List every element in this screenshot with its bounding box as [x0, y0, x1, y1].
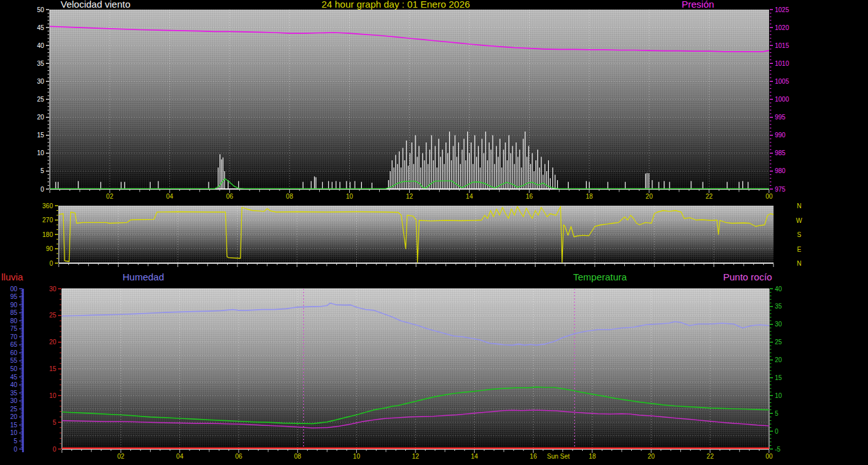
humidity-tick-label: 15 — [10, 422, 18, 429]
rain-tick-label: 30 — [49, 286, 57, 293]
temperature-tick-label: 5 — [775, 410, 779, 417]
x-axis-label: 06 — [226, 193, 234, 200]
speed-tick-label: 50 — [37, 6, 45, 13]
x-axis-label: 00 — [765, 453, 773, 460]
humidity-tick-label: 80 — [10, 317, 18, 324]
temperature-tick-label: 0 — [775, 428, 779, 435]
temperature-tick-label: 10 — [775, 392, 782, 399]
rain-tick-label: 5 — [52, 419, 56, 426]
compass-letter: S — [797, 231, 802, 238]
temperature-tick-label: 25 — [775, 339, 782, 346]
speed-tick-label: 10 — [37, 149, 45, 156]
speed-tick-label: 5 — [40, 167, 44, 174]
x-axis-label: 18 — [588, 453, 596, 460]
wind-direction-chart: 090180270360NWSEN — [59, 206, 774, 263]
humidity-tick-label: 10 — [10, 429, 18, 436]
humidity-tick-label: 85 — [10, 309, 18, 316]
temperature-tick-label: 20 — [775, 356, 782, 363]
speed-tick-label: 45 — [37, 24, 45, 31]
temperature-tick-label: 30 — [775, 321, 782, 328]
temperature-tick-label: 40 — [775, 286, 782, 293]
x-axis-label: 02 — [117, 453, 125, 460]
humidity-tick-label: 55 — [10, 357, 18, 364]
humidity-tick-label: 60 — [10, 349, 18, 356]
rain-tick-label: 15 — [49, 365, 57, 372]
x-axis-label: 12 — [406, 193, 414, 200]
x-axis-label: 10 — [346, 193, 354, 200]
humidity-tick-label: 00 — [10, 286, 18, 293]
speed-tick-label: 0 — [40, 186, 44, 193]
humidity-tick-label: 25 — [10, 406, 18, 413]
pressure-tick-label: 1025 — [775, 6, 789, 13]
x-axis-label: 22 — [707, 453, 714, 460]
x-axis-label: 08 — [294, 453, 302, 460]
speed-tick-label: 40 — [37, 42, 45, 49]
rain-tick-label: 0 — [52, 446, 56, 453]
humidity-temperature-chart: 0510152025303540455055606570758085909500… — [62, 289, 769, 449]
x-axis-label: 10 — [353, 453, 361, 460]
speed-tick-label: 25 — [37, 96, 45, 103]
speed-tick-label: 30 — [37, 78, 45, 85]
speed-tick-label: 15 — [37, 132, 45, 139]
speed-tick-label: 20 — [37, 114, 45, 121]
pressure-tick-label: 990 — [775, 132, 786, 139]
x-axis-label: 12 — [412, 453, 419, 460]
rain-tick-label: 20 — [49, 339, 57, 346]
humidity-label: Humedad — [123, 271, 164, 282]
rain-tick-label: 10 — [49, 392, 57, 399]
temperature-tick-label: 35 — [775, 303, 782, 310]
humidity-tick-label: 30 — [10, 397, 18, 404]
humidity-tick-label: 70 — [10, 333, 18, 340]
x-axis-label: 20 — [646, 193, 654, 200]
pressure-title: Presión — [682, 0, 714, 10]
x-axis-label: 16 — [526, 193, 534, 200]
temperature-series — [62, 387, 769, 424]
rain-label: lluvia — [1, 271, 23, 282]
pressure-tick-label: 980 — [775, 167, 786, 174]
pressure-tick-label: 1005 — [775, 78, 789, 85]
humidity-tick-label: 40 — [10, 381, 18, 388]
pressure-tick-label: 985 — [775, 149, 786, 156]
compass-letter: W — [796, 217, 802, 224]
humidity-tick-label: 50 — [10, 365, 18, 372]
x-axis-label: Sun Set — [547, 453, 570, 460]
pressure-tick-label: 1010 — [775, 60, 789, 67]
x-axis-label: 02 — [106, 193, 114, 200]
hum_temp-svg: 0510152025303540455055606570758085909500… — [62, 289, 769, 449]
wind-speed-title: Velocidad viento — [61, 0, 130, 10]
x-axis-label: 08 — [286, 193, 294, 200]
temperature-label: Temperatura — [573, 271, 627, 282]
x-axis-label: 14 — [471, 453, 479, 460]
dir-tick-label: 180 — [42, 231, 53, 238]
wind_pressure-svg: 0510152025303540455097598098599099510001… — [50, 10, 769, 189]
graph-date-title: 24 hour graph day : 01 Enero 2026 — [290, 0, 501, 10]
humidity-tick-label: 20 — [10, 413, 18, 420]
wind-gust-series — [56, 132, 748, 189]
humidity-tick-label: 90 — [10, 301, 18, 309]
x-axis-label: 04 — [176, 453, 184, 460]
x-axis-label: 16 — [530, 453, 537, 460]
x-axis-label: 18 — [586, 193, 594, 200]
direction-svg: 090180270360NWSEN — [59, 206, 774, 263]
temperature-tick-label: -5 — [775, 446, 781, 453]
pressure-tick-label: 1000 — [775, 96, 789, 103]
humidity-tick-label: 95 — [10, 293, 18, 300]
x-axis-label: 22 — [706, 193, 714, 200]
x-axis-label: 06 — [235, 453, 243, 460]
x-axis-label: 20 — [648, 453, 655, 460]
pressure-tick-label: 1015 — [775, 42, 789, 49]
x-axis-label: 04 — [166, 193, 174, 200]
rain-tick-label: 25 — [49, 312, 57, 319]
x-axis-label: 14 — [466, 193, 474, 200]
wind-pressure-chart: 0510152025303540455097598098599099510001… — [50, 10, 769, 189]
weather-24h-graph-page: Velocidad viento 24 hour graph day : 01 … — [0, 0, 868, 465]
dir-tick-label: 360 — [42, 202, 53, 210]
dew-point-label: Punto rocío — [723, 271, 772, 282]
dir-tick-label: 0 — [49, 260, 53, 267]
humidity-tick-label: 65 — [10, 341, 18, 348]
compass-letter: E — [797, 246, 802, 253]
humidity-tick-label: 35 — [10, 390, 18, 397]
pressure-tick-label: 1020 — [775, 24, 789, 31]
compass-letter: N — [797, 202, 801, 210]
humidity-tick-label: 45 — [10, 374, 18, 381]
